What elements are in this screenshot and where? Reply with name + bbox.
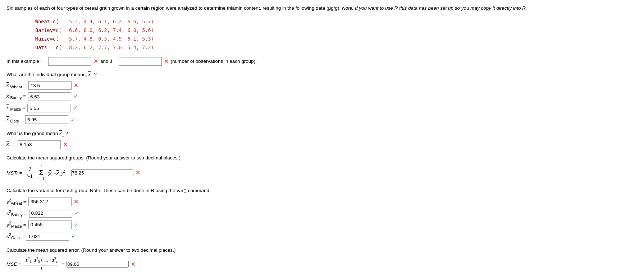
wheat-var-input[interactable] (28, 198, 72, 206)
mstr-fraction: J I−1 (26, 166, 34, 180)
mse-xmark: ✕ (131, 260, 136, 269)
i-xmark: ✕ (93, 57, 98, 66)
mstr-row: MSTr = J I−1 I Σ i = 1 (xi.−x..)2 = ✕ (6, 164, 638, 182)
maize-line: Maize=c( 5.7, 4.8, 6.5, 4.9, 6.1, 5.3) (35, 34, 638, 43)
wheat-line: Wheat=c( 5.2, 4.4, 6.1, 6.2, 6.6, 5.7) (35, 17, 638, 26)
maize-var-row: s2Maize = ✓ (6, 220, 638, 229)
mstr-label: MSTr = (6, 169, 22, 177)
oats-label: Oats = c( (35, 43, 68, 52)
maize-label: Maize=c( (35, 34, 68, 43)
maize-mean-input[interactable] (27, 104, 70, 112)
mse-input[interactable] (67, 261, 129, 268)
barley-label: Barley=c( (35, 26, 68, 34)
oats-var-check: ✓ (71, 231, 76, 241)
mstr-xmark: ✕ (136, 168, 140, 177)
maize-var-input[interactable] (28, 220, 72, 229)
mstr-formula-parens: (xi.−x..)2 = (47, 168, 69, 178)
grand-mean-header: What is the grand mean x.. ? (6, 130, 638, 138)
oats-var-row: s2Oats = ✓ (6, 231, 638, 241)
mstr-section: Calculate the mean squared groups. (Roun… (6, 154, 638, 182)
wheat-label: Wheat=c( (35, 17, 68, 26)
intro-note: Note: If you want to use R this data has… (342, 5, 527, 11)
j-xmark: ✕ (164, 57, 169, 66)
barley-var-row: s2Barley = ✓ (6, 208, 638, 218)
oats-var-input[interactable] (26, 232, 69, 241)
grand-mean-input[interactable] (18, 140, 61, 149)
barley-var-input[interactable] (29, 209, 72, 218)
wheat-mean-xmark: ✕ (74, 81, 78, 90)
barley-line: Barley=c( 6.6, 8.0, 6.2, 7.4, 6.0, 5.6) (35, 26, 638, 34)
mse-equals: = (61, 260, 64, 268)
maize-mean-row: x Maize = ✓ (6, 103, 638, 113)
grand-mean-section: What is the grand mean x.. ? x.. = ✕ (6, 130, 638, 149)
grand-mean-row: x.. = ✕ (6, 140, 638, 149)
barley-mean-input[interactable] (28, 92, 71, 101)
mstr-input[interactable] (71, 169, 133, 176)
maize-var-check: ✓ (74, 220, 79, 229)
mse-fraction: s21+s22+ … +s2I I (24, 256, 58, 272)
wheat-mean-input[interactable] (28, 81, 72, 90)
grand-mean-xmark: ✕ (63, 140, 68, 149)
maize-values: 5.7, 4.8, 6.5, 4.9, 6.1, 5.3) (69, 34, 154, 43)
barley-values: 6.6, 8.0, 6.2, 7.4, 6.0, 5.6) (69, 26, 154, 34)
barley-mean-check: ✓ (73, 92, 78, 101)
mstr-header: Calculate the mean squared groups. (Roun… (6, 154, 638, 162)
group-means-header: What are the individual group means, xi.… (6, 71, 638, 79)
mse-section: Calculate the mean squared error. (Round… (6, 246, 638, 272)
group-means-section: What are the individual group means, xi.… (6, 71, 638, 125)
wheat-values: 5.2, 4.4, 6.1, 6.2, 6.6, 5.7) (69, 17, 154, 26)
intro-text: Six samples of each of four types of cer… (6, 5, 341, 11)
oats-mean-input[interactable] (25, 115, 68, 124)
j-input[interactable] (119, 57, 162, 66)
wheat-var-row: s2wheat = ✕ (6, 197, 638, 206)
maize-mean-check: ✓ (73, 103, 78, 113)
intro-paragraph: Six samples of each of four types of cer… (6, 4, 638, 12)
mstr-sigma: I Σ i = 1 (38, 164, 45, 182)
variance-header: Calculate the variance for each group. N… (6, 187, 638, 195)
i-input[interactable] (48, 57, 91, 66)
oats-mean-row: x Oats = ✓ (6, 115, 638, 125)
variance-section: Calculate the variance for each group. N… (6, 187, 638, 241)
ij-suffix: (number of observations in each group). (171, 57, 257, 65)
barley-var-check: ✓ (74, 208, 79, 218)
oats-mean-check: ✓ (70, 115, 76, 125)
mse-header: Calculate the mean squared error. (Round… (6, 246, 638, 254)
ij-prefix: In this example I = (6, 57, 46, 65)
code-block: Wheat=c( 5.2, 4.4, 6.1, 6.2, 6.6, 5.7) B… (35, 17, 638, 52)
wheat-mean-row: x Wheat = ✕ (6, 81, 638, 90)
wheat-var-xmark: ✕ (74, 198, 78, 206)
oats-line: Oats = c( 8.2, 6.2, 7.7, 7.0, 5.4, 7.2) (35, 43, 638, 52)
ij-section: In this example I = ✕ and J = ✕ (number … (6, 57, 638, 66)
barley-mean-row: x Barley = ✓ (6, 92, 638, 101)
oats-values: 8.2, 6.2, 7.7, 7.0, 5.4, 7.2) (69, 43, 154, 52)
ij-andj: and J = (100, 57, 117, 65)
mse-label: MSE = (6, 260, 21, 268)
ij-row: In this example I = ✕ and J = ✕ (number … (6, 57, 638, 66)
mse-row: MSE = s21+s22+ … +s2I I = ✕ (6, 256, 638, 272)
